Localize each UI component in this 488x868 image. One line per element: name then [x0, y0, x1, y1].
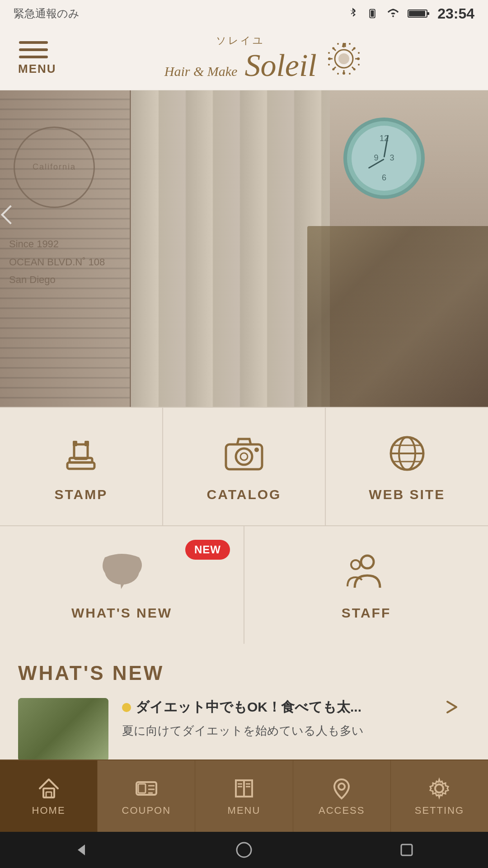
svg-rect-3	[427, 12, 429, 15]
svg-point-31	[358, 52, 360, 54]
stamp-label: STAMP	[54, 487, 108, 502]
android-home[interactable]	[230, 836, 258, 863]
news-thumbnail	[18, 698, 108, 761]
svg-point-24	[332, 68, 334, 70]
staff-button[interactable]: STAFF	[244, 526, 488, 644]
grid-row-1: STAMP CATALOG WEB SITE	[0, 408, 488, 526]
grid-row-2: NEW WHAT'S NEW STAFF	[0, 526, 488, 644]
nav-access[interactable]: ACCESS	[293, 760, 391, 832]
svg-point-21	[332, 47, 334, 49]
svg-point-18	[343, 72, 345, 75]
svg-point-17	[343, 43, 345, 46]
svg-point-23	[353, 47, 355, 49]
svg-point-26	[349, 43, 351, 45]
svg-point-20	[357, 57, 360, 60]
android-recent[interactable]	[393, 836, 420, 863]
svg-rect-34	[74, 444, 88, 459]
new-badge: NEW	[185, 540, 230, 560]
news-content: ダイエット中でもOK！食べても太... 夏に向けてダイエットを始めている人も多い	[122, 698, 429, 740]
android-nav-bar	[0, 832, 488, 868]
vibrate-icon	[366, 7, 379, 20]
website-label: WEB SITE	[369, 487, 445, 502]
news-headline: ダイエット中でもOK！食べても太...	[136, 698, 361, 717]
svg-marker-63	[78, 844, 85, 855]
svg-point-32	[358, 64, 360, 66]
globe-icon	[385, 431, 430, 476]
sun-icon	[326, 41, 362, 77]
stamp-icon	[58, 431, 103, 476]
time-display: 23:54	[437, 5, 474, 22]
wifi-icon	[386, 7, 400, 20]
svg-rect-1	[371, 10, 374, 17]
status-bar: 緊急通報のみ 23:54	[0, 0, 488, 27]
website-button[interactable]: WEB SITE	[326, 408, 488, 525]
chat-icon	[99, 549, 145, 594]
svg-point-49	[351, 560, 360, 569]
nav-coupon[interactable]: COUPON	[98, 760, 195, 832]
logo-sub: Hair & Make	[164, 64, 238, 79]
whatsnew-button[interactable]: NEW WHAT'S NEW	[0, 526, 244, 644]
svg-rect-35	[67, 462, 94, 469]
svg-point-6	[338, 53, 349, 64]
logo-main: Soleil	[244, 47, 316, 84]
people-icon	[344, 549, 389, 594]
recent-square-icon	[398, 841, 416, 859]
svg-point-40	[240, 453, 248, 460]
svg-rect-37	[84, 441, 89, 446]
news-sub: 夏に向けてダイエットを始めている人も多い	[122, 722, 429, 740]
svg-point-48	[361, 556, 374, 568]
menu-label: MENU	[18, 62, 56, 76]
svg-point-25	[337, 43, 339, 45]
nav-setting-label: SETTING	[415, 805, 464, 816]
android-back[interactable]	[68, 836, 95, 863]
menu-button[interactable]: MENU	[18, 41, 56, 76]
svg-point-61	[338, 783, 345, 790]
svg-point-22	[353, 68, 355, 70]
back-triangle-icon	[72, 841, 90, 859]
header-logo: ソレイユ Hair & Make Soleil	[56, 34, 470, 84]
catalog-label: CATALOG	[207, 487, 282, 502]
pin-icon	[329, 776, 354, 801]
arrow-right-icon	[443, 698, 461, 716]
hero-image: California Since 1992 OCEAN BLVD.N˚ 108 …	[0, 90, 488, 407]
menu-book-icon	[231, 776, 257, 801]
nav-home[interactable]: HOME	[0, 760, 98, 832]
svg-rect-53	[138, 784, 145, 793]
logo-furigana: ソレイユ	[216, 34, 265, 47]
svg-rect-4	[409, 11, 425, 16]
home-icon	[36, 776, 61, 801]
svg-point-39	[236, 448, 252, 465]
svg-point-19	[328, 57, 331, 60]
whats-new-title: WHAT'S NEW	[18, 662, 470, 684]
status-right: 23:54	[346, 5, 474, 22]
news-dot	[122, 703, 131, 712]
svg-point-29	[328, 52, 330, 54]
nav-access-label: ACCESS	[319, 805, 365, 816]
nav-menu-label: MENU	[228, 805, 261, 816]
svg-point-28	[349, 73, 351, 75]
svg-point-41	[254, 448, 259, 452]
home-circle-icon	[235, 841, 253, 859]
bluetooth-icon	[346, 7, 359, 20]
camera-icon	[221, 431, 267, 476]
grid-menu: STAMP CATALOG WEB SITE	[0, 407, 488, 644]
nav-home-label: HOME	[32, 805, 66, 816]
coupon-icon	[134, 776, 159, 801]
svg-point-27	[337, 73, 339, 75]
nav-setting[interactable]: SETTING	[391, 760, 488, 832]
svg-point-30	[328, 64, 330, 66]
battery-icon	[408, 7, 430, 20]
bottom-nav: HOME COUPON MENU ACCESS	[0, 760, 488, 832]
whats-new-section: WHAT'S NEW ダイエット中でもOK！食べても太... 夏に向けてダイエッ…	[0, 644, 488, 770]
catalog-button[interactable]: CATALOG	[163, 408, 326, 525]
svg-rect-50	[43, 788, 54, 797]
nav-menu[interactable]: MENU	[195, 760, 293, 832]
svg-point-64	[237, 843, 251, 857]
news-arrow	[443, 698, 470, 716]
gear-icon	[427, 776, 452, 801]
app-header: MENU ソレイユ Hair & Make Soleil	[0, 27, 488, 90]
svg-rect-36	[73, 441, 77, 446]
staff-label: STAFF	[342, 605, 391, 621]
whatsnew-label: WHAT'S NEW	[71, 605, 172, 621]
stamp-button[interactable]: STAMP	[0, 408, 163, 525]
